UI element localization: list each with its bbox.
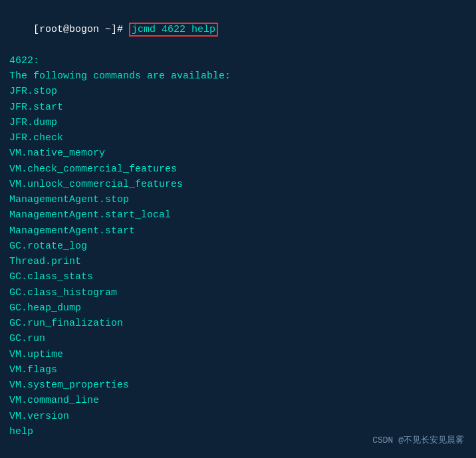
- output-line: VM.flags: [9, 362, 467, 378]
- output-line: JFR.stop: [9, 84, 467, 99]
- prompt: [root@bogon ~]#: [33, 24, 129, 35]
- output-line: VM.check_commercial_features: [9, 162, 467, 177]
- output-line: JFR.check: [9, 130, 467, 146]
- output-line: 4622:: [9, 53, 467, 68]
- output-line: ManagementAgent.stop: [9, 192, 467, 207]
- output-line: GC.run_finalization: [9, 316, 467, 331]
- output-area: 4622:The following commands are availabl…: [9, 53, 467, 439]
- output-line: GC.rotate_log: [9, 239, 467, 254]
- output-line: GC.run: [9, 331, 467, 346]
- output-line: VM.unlock_commercial_features: [9, 177, 467, 192]
- output-line: ManagementAgent.start_local: [9, 207, 467, 223]
- output-line: VM.system_properties: [9, 378, 467, 393]
- command-highlight: jcmd 4622 help: [129, 23, 218, 37]
- command-line: [root@bogon ~]# jcmd 4622 help: [9, 7, 467, 53]
- output-line: ManagementAgent.start: [9, 223, 467, 239]
- output-line: GC.class_histogram: [9, 285, 467, 300]
- watermark: CSDN @不见长安见晨雾: [372, 434, 464, 446]
- output-line: VM.version: [9, 409, 467, 424]
- output-line: JFR.dump: [9, 115, 467, 130]
- terminal-window: [root@bogon ~]# jcmd 4622 help 4622:The …: [0, 0, 476, 458]
- output-line: VM.uptime: [9, 347, 467, 362]
- output-line: VM.native_memory: [9, 146, 467, 161]
- output-line: JFR.start: [9, 100, 467, 115]
- output-line: GC.class_stats: [9, 269, 467, 285]
- output-line: GC.heap_dump: [9, 300, 467, 316]
- output-line: Thread.print: [9, 254, 467, 269]
- output-line: VM.command_line: [9, 393, 467, 408]
- output-line: The following commands are available:: [9, 68, 467, 84]
